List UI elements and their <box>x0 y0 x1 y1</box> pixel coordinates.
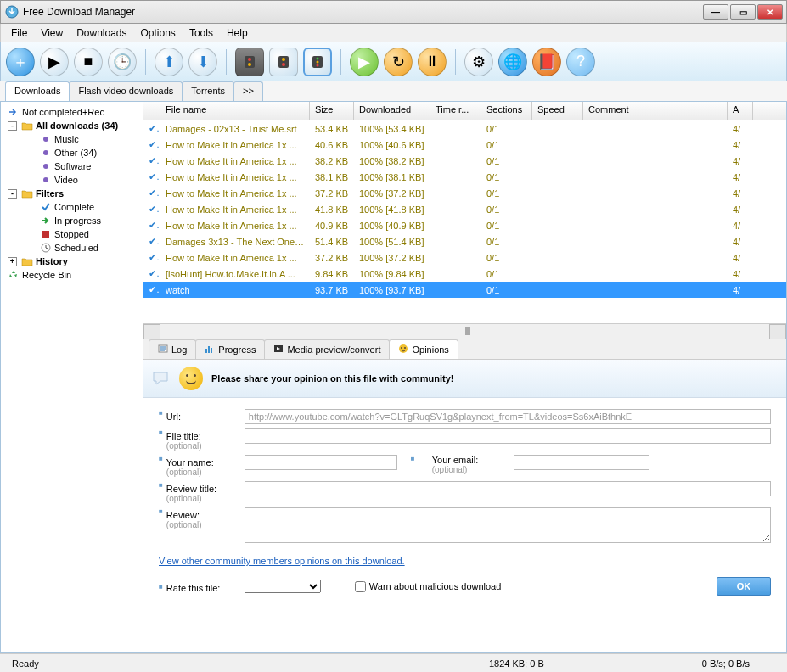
view-opinions-link[interactable]: View other community members opinions on… <box>159 556 405 566</box>
stop-button[interactable]: ■ <box>74 48 103 76</box>
column-header[interactable]: Speed <box>532 102 583 120</box>
detail-tab-0[interactable]: Log <box>149 339 196 359</box>
move-down-button[interactable]: ⬇ <box>188 48 217 76</box>
table-row[interactable]: ✔How to Make It in America 1x ...37.2 KB… <box>143 249 786 266</box>
table-row[interactable]: ✔How to Make It in America 1x ...38.2 KB… <box>143 153 786 169</box>
svg-point-13 <box>43 164 48 169</box>
tree-item[interactable]: In progress <box>3 214 141 227</box>
your-name-input[interactable] <box>245 455 397 470</box>
traffic-heavy-button[interactable] <box>303 48 332 76</box>
table-row[interactable]: ✔How to Make It in America 1x ...40.9 KB… <box>143 217 786 233</box>
tree-item[interactable]: -All downloads (34) <box>3 119 141 132</box>
tab-1[interactable]: Flash video downloads <box>69 81 183 101</box>
rate-label: Rate this file: <box>166 580 245 593</box>
column-header[interactable]: A <box>728 102 753 120</box>
start-button[interactable]: ▶ <box>40 48 69 76</box>
tree-item[interactable]: Software <box>3 160 141 173</box>
file-title-input[interactable] <box>245 428 771 444</box>
close-button[interactable]: ✕ <box>757 4 783 20</box>
table-row[interactable]: ✔watch93.7 KB100% [93.7 KB]0/14/ <box>143 282 786 298</box>
maximize-button[interactable]: ▭ <box>730 4 756 20</box>
tab-2[interactable]: Torrents <box>182 81 234 101</box>
folder-icon <box>21 120 33 132</box>
column-header[interactable]: Downloaded <box>354 102 430 120</box>
your-email-label: Your email: <box>432 455 479 465</box>
detail-tab-2[interactable]: Media preview/convert <box>264 339 390 359</box>
book-button[interactable]: 📕 <box>532 48 561 76</box>
opinions-panel: Please share your opinion on this file w… <box>143 360 786 652</box>
menubar: FileViewDownloadsOptionsToolsHelp <box>0 24 787 42</box>
tab-icon <box>398 344 408 356</box>
rate-select[interactable] <box>245 580 321 593</box>
table-row[interactable]: ✔How to Make It in America 1x ...40.6 KB… <box>143 137 786 153</box>
menu-view[interactable]: View <box>34 25 70 41</box>
stop-all-button[interactable]: ⏸ <box>418 48 447 76</box>
move-up-button[interactable]: ⬆ <box>155 48 183 76</box>
table-row[interactable]: ✔How to Make It in America 1x ...41.8 KB… <box>143 201 786 217</box>
tree-item[interactable]: Other (34) <box>3 146 141 160</box>
column-header[interactable]: File name <box>160 102 310 120</box>
svg-point-8 <box>317 57 319 59</box>
add-download-button[interactable]: ＋ <box>6 48 35 76</box>
browser-button[interactable]: 🌐 <box>498 48 527 76</box>
svg-rect-15 <box>42 231 49 238</box>
tree-item[interactable]: Video <box>3 173 141 187</box>
tab-3[interactable]: >> <box>233 81 263 101</box>
review-textarea[interactable] <box>245 507 771 543</box>
table-row[interactable]: ✔Damages 3x13 - The Next One ...51.4 KB1… <box>143 233 786 249</box>
column-header[interactable] <box>143 102 160 120</box>
table-row[interactable]: ✔[isoHunt] How.to.Make.It.in.A ...9.84 K… <box>143 266 786 282</box>
review-title-input[interactable] <box>245 481 771 496</box>
settings-button[interactable]: ⚙ <box>464 48 493 76</box>
tree-item[interactable]: -Filters <box>3 187 141 200</box>
table-row[interactable]: ✔How to Make It in America 1x ...38.1 KB… <box>143 169 786 185</box>
menu-tools[interactable]: Tools <box>183 25 220 41</box>
pause-all-button[interactable]: ↻ <box>384 48 413 76</box>
column-header[interactable]: Comment <box>583 102 728 120</box>
schedule-button[interactable]: 🕒 <box>108 48 137 76</box>
your-email-input[interactable] <box>514 455 649 470</box>
speech-icon <box>152 371 171 386</box>
sidebar-tree[interactable]: Not completed+Rec-All downloads (34)Musi… <box>1 102 143 652</box>
tab-0[interactable]: Downloads <box>5 81 70 101</box>
table-row[interactable]: ✔How to Make It in America 1x ...37.2 KB… <box>143 185 786 201</box>
your-name-label: Your name: <box>166 457 214 468</box>
stop-icon <box>40 228 52 240</box>
downloads-grid[interactable]: ✔Damages - 02x13 - Trust Me.srt53.4 KB10… <box>143 120 786 324</box>
tree-item[interactable]: Complete <box>3 200 141 214</box>
ok-button[interactable]: OK <box>717 577 771 596</box>
status-ready: Ready <box>5 658 46 669</box>
svg-rect-20 <box>211 348 212 353</box>
traffic-light-button[interactable] <box>235 48 264 76</box>
dot-purple-icon <box>40 160 52 172</box>
url-input[interactable] <box>245 409 771 424</box>
app-icon <box>4 4 20 20</box>
tree-item[interactable]: Not completed+Rec <box>3 105 141 119</box>
detail-tab-1[interactable]: Progress <box>195 339 265 359</box>
tab-icon <box>205 344 215 356</box>
minimize-button[interactable]: — <box>703 4 728 20</box>
tree-item[interactable]: Recycle Bin <box>3 268 141 282</box>
tree-item[interactable]: Stopped <box>3 227 141 241</box>
check-icon: ✔ <box>143 203 160 216</box>
menu-file[interactable]: File <box>4 25 34 41</box>
tree-item[interactable]: Scheduled <box>3 241 141 255</box>
svg-point-23 <box>401 347 402 349</box>
detail-tab-3[interactable]: Opinions <box>389 339 458 359</box>
traffic-medium-button[interactable] <box>269 48 298 76</box>
menu-help[interactable]: Help <box>220 25 255 41</box>
column-header[interactable]: Size <box>310 102 354 120</box>
svg-point-10 <box>317 64 319 66</box>
help-button[interactable]: ? <box>566 48 595 76</box>
tree-item[interactable]: Music <box>3 132 141 146</box>
column-header[interactable]: Sections <box>481 102 532 120</box>
column-header[interactable]: Time r... <box>430 102 481 120</box>
start-all-button[interactable]: ▶ <box>350 48 379 76</box>
warn-checkbox[interactable] <box>355 581 366 592</box>
menu-options[interactable]: Options <box>134 25 183 41</box>
table-row[interactable]: ✔Damages - 02x13 - Trust Me.srt53.4 KB10… <box>143 120 786 137</box>
horizontal-scrollbar[interactable] <box>143 324 786 339</box>
menu-downloads[interactable]: Downloads <box>70 25 133 41</box>
dot-purple-icon <box>40 147 52 159</box>
tree-item[interactable]: +History <box>3 255 141 268</box>
